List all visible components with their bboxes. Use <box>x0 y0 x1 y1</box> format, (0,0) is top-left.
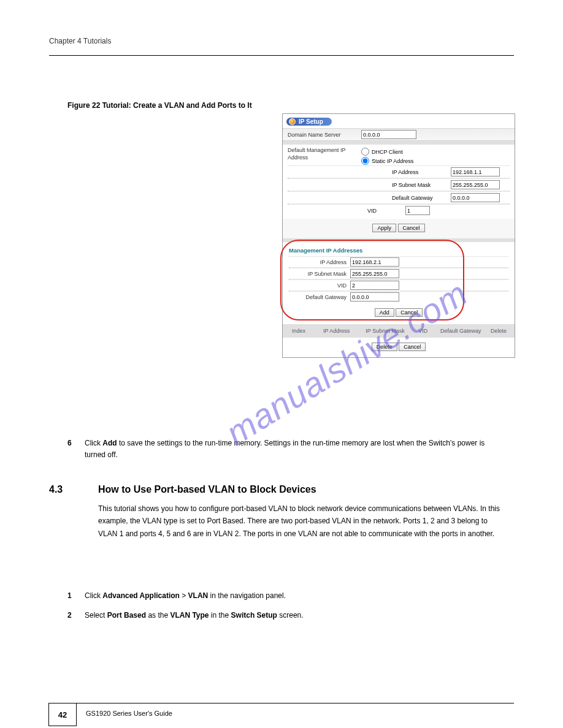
gateway-input[interactable] <box>451 193 500 202</box>
port-step-1-num: 1 <box>67 590 85 602</box>
mgmt-vid-label: VID <box>289 282 350 289</box>
port-step-1-text: Click Advanced Application > VLAN in the… <box>85 590 502 602</box>
mgmt-subnet-input[interactable] <box>350 269 399 278</box>
step-6-num: 6 <box>67 438 85 461</box>
th-ip: IP Address <box>313 328 359 334</box>
ps1-b2: VLAN <box>188 591 209 600</box>
th-index: Index <box>286 328 311 334</box>
gateway-label: Default Gateway <box>392 195 447 201</box>
panel-title: IP Setup <box>299 118 323 125</box>
dhcp-label: DHCP Client <box>372 149 403 155</box>
cancel-button[interactable]: Cancel <box>398 224 425 232</box>
page-footer: 42 GS1920 Series User's Guide <box>49 703 514 703</box>
mgmt-ip-row: IP Address <box>289 256 508 268</box>
body-content: 6 Click Add to save the settings to the … <box>67 429 502 461</box>
vid-input[interactable] <box>405 206 430 215</box>
figure-caption: Figure 22 Tutorial: Create a VLAN and Ad… <box>67 101 252 110</box>
port-step-2-num: 2 <box>67 609 85 621</box>
dns-input[interactable] <box>361 130 416 139</box>
header-rule <box>49 55 514 56</box>
mgmt-table-header: Index IP Address IP Subnet Mask VID Defa… <box>283 324 515 338</box>
ps2-a: Select <box>85 611 107 620</box>
dhcp-radio[interactable] <box>361 148 369 156</box>
delete-button[interactable]: Delete <box>372 343 397 351</box>
port-step-2-text: Select Port Based as the VLAN Type in th… <box>85 609 502 621</box>
mgmt-vid-row: VID <box>289 279 508 291</box>
ps2-b2: VLAN Type <box>170 611 209 620</box>
step-6: 6 Click Add to save the settings to the … <box>67 438 502 461</box>
apply-row: Apply Cancel <box>283 219 515 238</box>
ps2-b1: Port Based <box>107 611 146 620</box>
panel-title-bar: IP Setup <box>286 118 332 126</box>
dns-label: Domain Name Server <box>288 132 361 138</box>
ip-addr-row: IP Address <box>288 165 510 178</box>
ps2-tail: screen. <box>277 611 304 620</box>
apply-button[interactable]: Apply <box>372 224 396 232</box>
ip-addr-input[interactable] <box>451 167 500 176</box>
ps1-a: Click <box>85 591 102 600</box>
vid-label: VID <box>367 208 404 214</box>
th-gateway: Default Gateway <box>438 328 484 334</box>
mgmt-gw-input[interactable] <box>350 292 399 301</box>
static-radio[interactable] <box>361 157 369 165</box>
th-vid: VID <box>411 328 435 334</box>
ip-setup-panel: IP Setup Domain Name Server Default Mana… <box>282 113 515 358</box>
th-subnet: IP Subnet Mask <box>362 328 408 334</box>
mgmt-gw-label: Default Gateway <box>289 294 350 300</box>
step-6-text: Click Add to save the settings to the ru… <box>85 438 502 461</box>
mgmt-vid-input[interactable] <box>350 281 399 290</box>
subnet-input[interactable] <box>451 180 500 189</box>
subnet-label: IP Subnet Mask <box>392 182 447 188</box>
port-step-2: 2 Select Port Based as the VLAN Type in … <box>67 609 502 621</box>
ps1-c: in the navigation panel. <box>208 591 286 600</box>
step-6-bold: Add <box>102 439 117 447</box>
mgmt-title: Management IP Addresses <box>289 246 508 256</box>
ip-addr-label: IP Address <box>392 169 447 175</box>
ps1-b1: Advanced Application <box>102 591 180 600</box>
ps2-mid: as the <box>146 611 170 620</box>
mgmt-subnet-label: IP Subnet Mask <box>289 271 350 277</box>
step-6-b: to save the settings to the run-time mem… <box>85 439 484 459</box>
page-number-box: 42 <box>48 703 77 726</box>
section-number: 4.3 <box>49 484 63 495</box>
port-steps: 1 Click Advanced Application > VLAN in t… <box>67 582 502 622</box>
mgmt-gw-row: Default Gateway <box>289 291 508 302</box>
mgmt-subnet-row: IP Subnet Mask <box>289 268 508 279</box>
page-number: 42 <box>58 710 67 719</box>
step-6-a: Click <box>85 439 102 447</box>
gateway-row: Default Gateway <box>288 191 510 204</box>
orb-icon <box>289 118 296 125</box>
mgmt-ip-label: IP Address <box>289 259 350 265</box>
ps2-b3: Switch Setup <box>231 611 277 620</box>
mgmt-ip-input[interactable] <box>350 257 399 267</box>
default-mgmt-label: Default Management IP Address <box>288 147 361 165</box>
vid-row: VID <box>288 204 510 216</box>
ps1-sep: > <box>180 591 188 600</box>
static-label: Static IP Address <box>372 158 413 164</box>
port-step-1: 1 Click Advanced Application > VLAN in t… <box>67 590 502 602</box>
mgmt-cancel-button[interactable]: Cancel <box>396 308 423 317</box>
add-button[interactable]: Add <box>375 308 394 317</box>
section-title: How to Use Port-based VLAN to Block Devi… <box>98 484 316 495</box>
ps2-end: in the <box>209 611 231 620</box>
section-body: This tutorial shows you how to configure… <box>98 502 502 540</box>
footer-text: GS1920 Series User's Guide <box>86 710 172 717</box>
subnet-row: IP Subnet Mask <box>288 178 510 191</box>
default-mgmt-block: Default Management IP Address DHCP Clien… <box>283 145 515 219</box>
table-cancel-button[interactable]: Cancel <box>399 343 426 351</box>
dns-row: Domain Name Server <box>283 128 515 141</box>
header-chapter: Chapter 4 Tutorials <box>49 37 111 45</box>
table-footer-buttons: Delete Cancel <box>283 338 515 357</box>
th-delete: Delete <box>486 328 511 334</box>
mgmt-ip-section: Management IP Addresses IP Address IP Su… <box>283 242 515 324</box>
